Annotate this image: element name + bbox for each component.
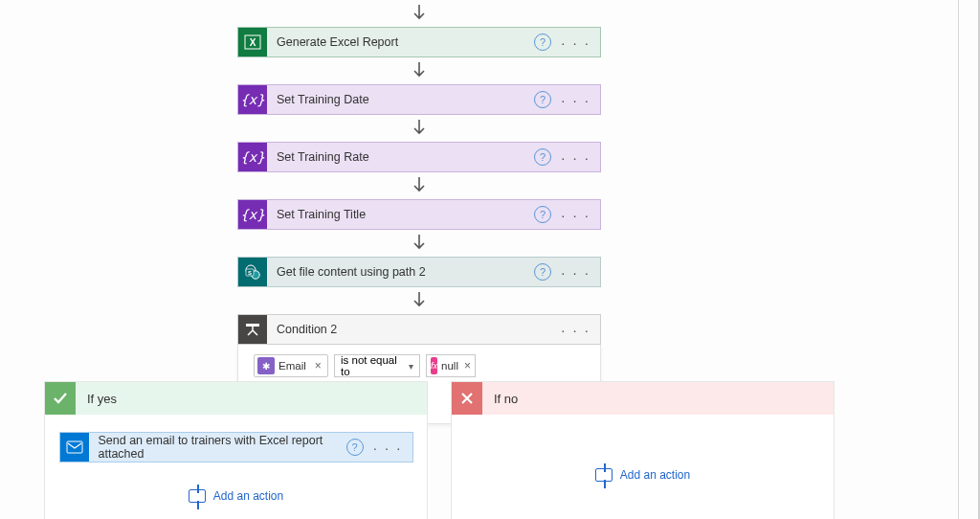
token-text: Email [278, 360, 306, 372]
branch-header-no: If no [452, 382, 834, 415]
condition-row: ✱ Email × is not equal to ▾ fx null × [254, 354, 585, 377]
arrow-down-icon [411, 177, 428, 194]
svg-rect-6 [246, 324, 259, 327]
help-icon[interactable]: ? [534, 263, 551, 281]
step-label: Set Training Rate [277, 150, 534, 164]
step-label: Set Training Title [277, 208, 534, 221]
dynamic-content-icon: ✱ [257, 357, 275, 374]
arrow-down-icon [411, 62, 428, 79]
more-icon[interactable]: · · · [561, 322, 590, 338]
arrow-down-icon [411, 235, 428, 252]
if-yes-branch: If yes Send an email to trainers with Ex… [44, 381, 428, 519]
more-icon[interactable]: · · · [373, 440, 403, 456]
outlook-icon [60, 433, 89, 462]
more-icon[interactable]: · · · [561, 264, 590, 281]
flow-column: X Generate Excel Report ? · · · {x} Set … [237, 0, 601, 424]
help-icon[interactable]: ? [534, 34, 551, 51]
step-set-training-rate[interactable]: {x} Set Training Rate ? · · · [237, 142, 601, 172]
branch-header-yes: If yes [45, 382, 427, 415]
if-no-branch: If no Add an action [451, 381, 835, 519]
step-condition[interactable]: Condition 2 ? · · · [237, 314, 601, 345]
chevron-down-icon: ▾ [409, 361, 413, 372]
add-action-button[interactable]: Add an action [595, 468, 690, 482]
excel-icon: X [238, 28, 267, 56]
cross-icon [452, 382, 482, 415]
variable-icon: {x} [238, 143, 267, 171]
add-action-button[interactable]: Add an action [189, 489, 283, 503]
step-send-email[interactable]: Send an email to trainers with Excel rep… [59, 432, 413, 463]
sharepoint-icon: S [238, 258, 267, 286]
add-action-icon [189, 489, 206, 503]
step-set-training-title[interactable]: {x} Set Training Title ? · · · [237, 199, 601, 230]
help-icon[interactable]: ? [346, 439, 364, 456]
step-label: Condition 2 [277, 323, 561, 336]
svg-text:X: X [250, 37, 256, 48]
step-set-training-date[interactable]: {x} Set Training Date ? · · · [237, 84, 601, 115]
condition-left-token[interactable]: ✱ Email × [254, 354, 328, 377]
condition-right-token[interactable]: fx null × [426, 354, 476, 377]
add-action-label: Add an action [620, 468, 690, 482]
condition-branches: If yes Send an email to trainers with Ex… [44, 381, 835, 519]
help-icon[interactable]: ? [534, 206, 551, 223]
remove-token-icon[interactable]: × [312, 359, 324, 372]
check-icon [45, 382, 76, 415]
variable-icon: {x} [238, 200, 267, 229]
more-icon[interactable]: · · · [561, 207, 590, 223]
operator-select[interactable]: is not equal to ▾ [334, 354, 420, 377]
more-icon[interactable]: · · · [561, 34, 590, 51]
add-action-icon [595, 468, 612, 482]
more-icon[interactable]: · · · [561, 92, 590, 108]
branch-label: If no [494, 392, 518, 406]
operator-text: is not equal to [341, 354, 409, 377]
help-icon[interactable]: ? [534, 91, 551, 108]
step-label: Generate Excel Report [277, 35, 534, 49]
step-label: Send an email to trainers with Excel rep… [99, 434, 346, 461]
more-icon[interactable]: · · · [561, 149, 590, 166]
arrow-down-icon [411, 5, 428, 22]
branch-label: If yes [87, 392, 117, 406]
svg-rect-7 [67, 441, 82, 453]
svg-text:S: S [248, 270, 252, 276]
step-get-file-content[interactable]: S Get file content using path 2 ? · · · [237, 257, 601, 287]
remove-token-icon[interactable]: × [462, 359, 473, 372]
token-text: null [441, 360, 458, 372]
step-label: Get file content using path 2 [277, 265, 534, 279]
arrow-down-icon [411, 292, 428, 309]
step-label: Set Training Date [277, 93, 534, 106]
help-icon[interactable]: ? [534, 148, 551, 166]
expression-icon: fx [431, 357, 437, 374]
condition-icon [238, 315, 267, 344]
add-action-label: Add an action [213, 489, 283, 503]
variable-icon: {x} [238, 85, 267, 114]
step-generate-excel[interactable]: X Generate Excel Report ? · · · [237, 27, 601, 57]
arrow-down-icon [411, 120, 428, 137]
